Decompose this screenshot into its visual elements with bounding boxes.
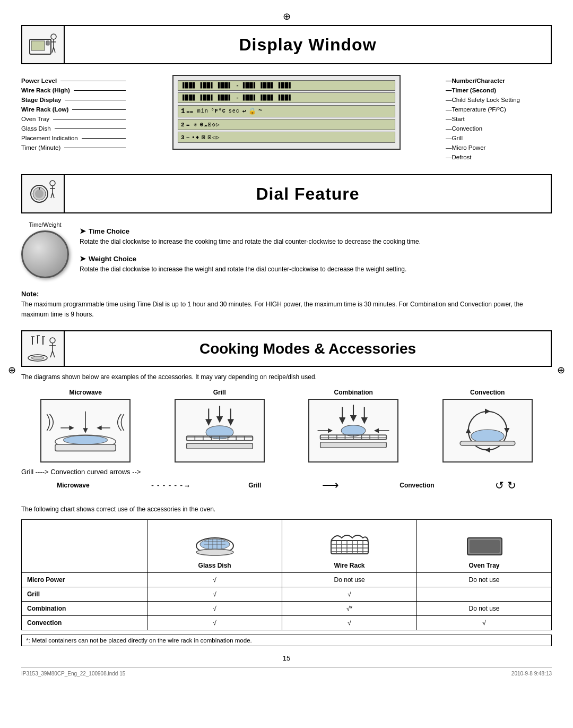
svg-line-6	[52, 47, 54, 53]
label-number-character: —Number/Character	[446, 78, 552, 84]
lcd-diagram: ▐██▌ ▐██▌ ▐██▌ - ▐██▌ ▐██▌ ▐██▌ ▐██▌ ▐██…	[172, 75, 401, 150]
compass-top: ⊕	[21, 11, 552, 22]
flow-microwave-label: Microwave	[57, 482, 89, 489]
dial-feature-icon	[22, 175, 65, 212]
flow-microwave-to-grill-arrow: - - - - - - →	[150, 481, 188, 490]
time-choice-arrow: ➤	[80, 227, 86, 235]
label-power-level: Power Level	[21, 78, 127, 84]
table-row-micro-power: Micro Power √ Do not use Do not use	[22, 573, 552, 587]
svg-rect-49	[187, 443, 253, 449]
lcd-row2: 1 ▬▬ min °F°C sec ↩🔒~	[178, 105, 395, 117]
acc-microwave-diagram	[40, 399, 131, 463]
label-grill: —Grill	[446, 135, 552, 141]
flow-grill: Grill	[248, 482, 261, 489]
svg-line-26	[50, 351, 53, 357]
svg-rect-35	[55, 444, 116, 451]
svg-line-16	[53, 193, 54, 198]
acc-microwave: Microwave	[21, 389, 150, 463]
label-oven-tray: Oven Tray	[21, 116, 127, 122]
note-section: Note: The maximum programmable time usin…	[21, 290, 552, 320]
svg-point-76	[196, 549, 233, 555]
row-wire-rack-combination: √*	[282, 602, 417, 616]
display-window-header: Display Window	[21, 25, 552, 64]
acc-combination-diagram	[308, 399, 398, 463]
label-micro-power: —Micro Power	[446, 144, 552, 151]
dial-label: Time/Weight	[29, 221, 61, 228]
display-window-icon	[22, 26, 65, 63]
note-text: The maximum programmable time using Time…	[21, 299, 552, 320]
acc-convection-label: Convection	[470, 389, 505, 396]
table-col-wire-rack: Wire Rack	[282, 520, 417, 573]
display-window-content: Power Level Wire Rack (High) Stage Displ…	[21, 72, 552, 164]
note-title: Note:	[21, 290, 552, 298]
flow-convection-label: Convection	[400, 482, 434, 489]
accessories-table: Glass Dish	[21, 519, 552, 630]
weight-choice-title: ➤ Weight Choice	[80, 254, 552, 263]
flow-row: Microwave - - - - - - → Grill ⟶ Convecti…	[21, 476, 552, 495]
svg-line-15	[51, 193, 53, 198]
page-number: 15	[21, 654, 552, 662]
weight-choice-arrow: ➤	[80, 254, 86, 263]
label-wire-rack-low: Wire Rack (Low)	[21, 106, 127, 113]
svg-line-7	[54, 47, 55, 53]
acc-grill-label: Grill	[213, 389, 226, 396]
label-timer-minute: Timer (Minute)	[21, 144, 127, 151]
svg-point-23	[50, 338, 55, 343]
dial-container: Time/Weight	[21, 221, 69, 278]
row-glass-dish-micro: √	[147, 573, 282, 587]
row-oven-tray-micro: Do not use	[417, 573, 552, 587]
flow-grill-to-convection-arrow: ⟶	[322, 478, 339, 492]
label-timer-second: —Timer (Second)	[446, 87, 552, 93]
label-child-safety: —Child Safety Lock Setting	[446, 97, 552, 103]
svg-rect-88	[470, 540, 500, 553]
label-wire-rack-high: Wire Rack (High)	[21, 87, 127, 93]
left-labels: Power Level Wire Rack (High) Stage Displ…	[21, 72, 127, 164]
table-header-row: Glass Dish	[22, 520, 552, 573]
cooking-modes-icon	[22, 331, 65, 366]
row-oven-tray-combination: Do not use	[417, 602, 552, 616]
wire-rack-label: Wire Rack	[334, 562, 365, 569]
table-footnote: *: Metal containers can not be placed di…	[21, 635, 552, 646]
lcd-row1: ▐██▌ ▐██▌ ▐██▌ - ▐██▌ ▐██▌ ▐██▌	[178, 80, 395, 91]
svg-point-29	[31, 356, 44, 359]
acc-convection-diagram	[442, 399, 533, 463]
flow-convection-arrows: ↺ ↻	[495, 479, 516, 492]
table-col-mode	[22, 520, 147, 573]
svg-point-3	[51, 34, 56, 39]
cooking-modes-header: Cooking Modes & Accessories	[21, 330, 552, 367]
dial-circle	[21, 230, 69, 278]
flow-convection: Convection	[400, 482, 434, 489]
svg-point-10	[35, 190, 44, 198]
footer-left: IP3153_39M80CP_Eng_22_100908.indd 15	[21, 671, 125, 676]
right-labels: —Number/Character —Timer (Second) —Child…	[446, 72, 552, 164]
cooking-description: The diagrams shown below are examples of…	[21, 373, 552, 381]
lcd-row1b: ▐██▌ ▐██▌ ▐██▌ - ▐██▌ ▐██▌ ▐██▌	[178, 92, 395, 103]
label-temperature: —Temperature (ºF/ºC)	[446, 106, 552, 113]
dial-feature-header: Dial Feature	[21, 174, 552, 213]
table-body: Micro Power √ Do not use Do not use Gril…	[22, 573, 552, 630]
acc-convection: Convection	[423, 389, 552, 463]
row-mode-combination: Combination	[22, 602, 147, 616]
dial-info: ➤ Time Choice Rotate the dial clockwise …	[80, 221, 552, 282]
following-text: The following chart shows correct use of…	[21, 506, 552, 513]
accessory-diagrams: Microwave	[21, 389, 552, 463]
flow-grill-label: Grill	[248, 482, 261, 489]
svg-line-27	[53, 351, 55, 357]
oven-tray-label: Oven Tray	[469, 562, 500, 569]
table-row-grill: Grill √ √	[22, 587, 552, 602]
time-choice: ➤ Time Choice Rotate the dial clockwise …	[80, 227, 552, 246]
label-defrost: —Defrost	[446, 154, 552, 160]
label-start: —Start	[446, 116, 552, 122]
table-row-convection: Convection √ √ √	[22, 616, 552, 630]
row-glass-dish-convection: √	[147, 616, 282, 630]
table-col-oven-tray: Oven Tray	[417, 520, 552, 573]
label-glass-dish: Glass Dish	[21, 125, 127, 132]
acc-microwave-label: Microwave	[70, 389, 102, 396]
dial-feature-title: Dial Feature	[65, 184, 551, 204]
row-oven-tray-grill	[417, 587, 552, 602]
row-glass-dish-combination: √	[147, 602, 282, 616]
row-oven-tray-convection: √	[417, 616, 552, 630]
wire-rack-icon-cell: Wire Rack	[288, 527, 411, 569]
weight-choice: ➤ Weight Choice Rotate the dial clockwis…	[80, 254, 552, 274]
row-mode-grill: Grill	[22, 587, 147, 602]
